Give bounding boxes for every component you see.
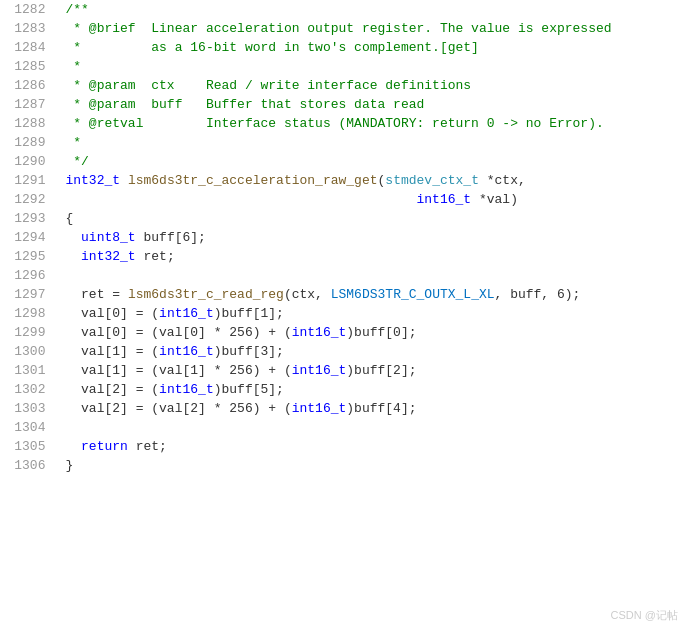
line-number: 1282 (0, 0, 57, 19)
table-row: 1302 val[2] = (int16_t)buff[5]; (0, 380, 688, 399)
table-row: 1284 * as a 16-bit word in two's complem… (0, 38, 688, 57)
table-row: 1298 val[0] = (int16_t)buff[1]; (0, 304, 688, 323)
line-number: 1291 (0, 171, 57, 190)
table-row: 1289 * (0, 133, 688, 152)
table-row: 1290 */ (0, 152, 688, 171)
code-token (120, 173, 128, 188)
code-token: lsm6ds3tr_c_acceleration_raw_get (128, 173, 378, 188)
code-token: val[2] = (val[2] * 256) + ( (65, 401, 291, 416)
table-row: 1287 * @param buff Buffer that stores da… (0, 95, 688, 114)
line-content: * @brief Linear acceleration output regi… (57, 19, 688, 38)
code-table: 1282/**1283 * @brief Linear acceleration… (0, 0, 688, 475)
code-token: ret; (136, 249, 175, 264)
line-number: 1306 (0, 456, 57, 475)
line-content: val[0] = (val[0] * 256) + (int16_t)buff[… (57, 323, 688, 342)
code-token: * @param ctx Read / write interface defi… (65, 78, 471, 93)
line-content (57, 418, 688, 437)
line-number: 1301 (0, 361, 57, 380)
line-number: 1299 (0, 323, 57, 342)
line-number: 1284 (0, 38, 57, 57)
line-number: 1294 (0, 228, 57, 247)
line-number: 1290 (0, 152, 57, 171)
table-row: 1300 val[1] = (int16_t)buff[3]; (0, 342, 688, 361)
table-row: 1286 * @param ctx Read / write interface… (0, 76, 688, 95)
code-token: lsm6ds3tr_c_read_reg (128, 287, 284, 302)
line-content: * as a 16-bit word in two's complement.[… (57, 38, 688, 57)
line-content: val[1] = (int16_t)buff[3]; (57, 342, 688, 361)
line-content: return ret; (57, 437, 688, 456)
table-row: 1297 ret = lsm6ds3tr_c_read_reg(ctx, LSM… (0, 285, 688, 304)
table-row: 1285 * (0, 57, 688, 76)
code-token: */ (65, 154, 88, 169)
table-row: 1299 val[0] = (val[0] * 256) + (int16_t)… (0, 323, 688, 342)
code-editor: 1282/**1283 * @brief Linear acceleration… (0, 0, 688, 631)
code-token: int16_t (159, 306, 214, 321)
table-row: 1288 * @retval Interface status (MANDATO… (0, 114, 688, 133)
line-number: 1300 (0, 342, 57, 361)
line-content: * @param buff Buffer that stores data re… (57, 95, 688, 114)
code-token: val[1] = (val[1] * 256) + ( (65, 363, 291, 378)
line-number: 1298 (0, 304, 57, 323)
line-number: 1283 (0, 19, 57, 38)
code-token: ret = (65, 287, 127, 302)
code-token: * @param buff Buffer that stores data re… (65, 97, 424, 112)
line-content: int32_t lsm6ds3tr_c_acceleration_raw_get… (57, 171, 688, 190)
table-row: 1301 val[1] = (val[1] * 256) + (int16_t)… (0, 361, 688, 380)
code-token (65, 439, 81, 454)
line-number: 1293 (0, 209, 57, 228)
line-content: * (57, 133, 688, 152)
code-token: buff[6]; (136, 230, 206, 245)
line-number: 1304 (0, 418, 57, 437)
line-content: { (57, 209, 688, 228)
code-token: int16_t (159, 344, 214, 359)
code-token: )buff[1]; (214, 306, 284, 321)
code-token (65, 230, 81, 245)
code-token: int16_t (417, 192, 472, 207)
line-number: 1286 (0, 76, 57, 95)
code-token: /** (65, 2, 88, 17)
code-token: stmdev_ctx_t (385, 173, 479, 188)
code-token: LSM6DS3TR_C_OUTX_L_XL (331, 287, 495, 302)
code-token: * @brief Linear acceleration output regi… (65, 21, 611, 36)
line-number: 1288 (0, 114, 57, 133)
line-content: val[2] = (int16_t)buff[5]; (57, 380, 688, 399)
table-row: 1292 int16_t *val) (0, 190, 688, 209)
code-token: * (65, 135, 81, 150)
code-token: } (65, 458, 73, 473)
code-token: * @retval Interface status (MANDATORY: r… (65, 116, 603, 131)
line-content: * (57, 57, 688, 76)
code-token: val[1] = ( (65, 344, 159, 359)
code-token: int16_t (292, 363, 347, 378)
table-row: 1305 return ret; (0, 437, 688, 456)
line-number: 1297 (0, 285, 57, 304)
code-token: int32_t (65, 173, 120, 188)
watermark: CSDN @记帖 (611, 608, 678, 623)
line-number: 1305 (0, 437, 57, 456)
code-token: )buff[2]; (346, 363, 416, 378)
code-token: )buff[0]; (346, 325, 416, 340)
line-number: 1285 (0, 57, 57, 76)
code-token: ret; (128, 439, 167, 454)
code-token: *ctx, (479, 173, 526, 188)
table-row: 1293{ (0, 209, 688, 228)
code-token: )buff[3]; (214, 344, 284, 359)
line-content: */ (57, 152, 688, 171)
code-token: val[0] = (val[0] * 256) + ( (65, 325, 291, 340)
line-content: /** (57, 0, 688, 19)
table-row: 1282/** (0, 0, 688, 19)
code-token: { (65, 211, 73, 226)
code-token: *val) (471, 192, 518, 207)
line-number: 1287 (0, 95, 57, 114)
line-content: int32_t ret; (57, 247, 688, 266)
table-row: 1304 (0, 418, 688, 437)
table-row: 1294 uint8_t buff[6]; (0, 228, 688, 247)
code-token: return (81, 439, 128, 454)
line-content: val[2] = (val[2] * 256) + (int16_t)buff[… (57, 399, 688, 418)
line-content: * @retval Interface status (MANDATORY: r… (57, 114, 688, 133)
code-token: * as a 16-bit word in two's complement.[… (65, 40, 478, 55)
code-token: , buff, 6); (495, 287, 581, 302)
code-token: )buff[5]; (214, 382, 284, 397)
code-token (65, 192, 416, 207)
table-row: 1296 (0, 266, 688, 285)
line-content (57, 266, 688, 285)
